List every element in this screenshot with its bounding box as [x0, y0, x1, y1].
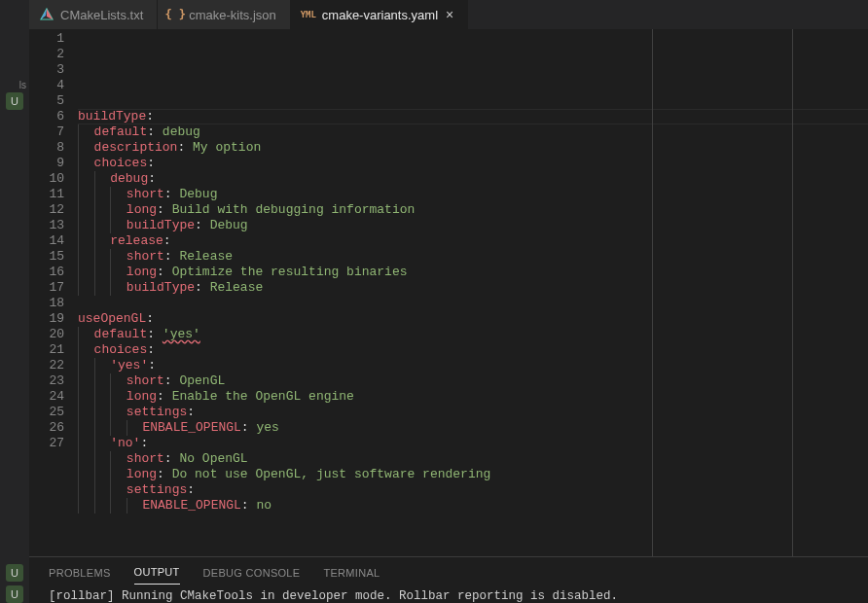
line-number: 4 — [29, 78, 64, 93]
editor-tabs: CMakeLists.txt { } cmake-kits.json YML c… — [29, 0, 868, 29]
code-editor[interactable]: 1234567891011121314151617181920212223242… — [29, 29, 868, 556]
code-line[interactable] — [78, 296, 868, 311]
code-line[interactable]: choices: — [78, 156, 868, 171]
line-number: 5 — [29, 93, 64, 109]
json-icon: { } — [167, 7, 183, 22]
yaml-icon: YML — [301, 7, 316, 22]
code-line[interactable]: description: My option — [78, 140, 868, 156]
activity-sidebar: ls U U U — [0, 0, 29, 603]
line-number-gutter: 1234567891011121314151617181920212223242… — [29, 29, 78, 556]
tab-label: cmake-kits.json — [189, 8, 276, 22]
code-line[interactable]: default: 'yes' — [78, 327, 868, 342]
code-line[interactable]: long: Optimize the resulting binaries — [78, 265, 868, 280]
tab-label: cmake-variants.yaml — [322, 8, 438, 22]
code-line[interactable]: buildType: Release — [78, 280, 868, 296]
scm-status-badge: U — [6, 585, 23, 603]
line-number: 9 — [29, 156, 64, 171]
line-number: 18 — [29, 296, 64, 311]
sidebar-truncated-text: ls — [0, 80, 29, 90]
code-line[interactable]: long: Enable the OpenGL engine — [78, 389, 868, 405]
tab-cmake-kits[interactable]: { } cmake-kits.json — [158, 0, 291, 29]
line-number: 2 — [29, 47, 64, 62]
panel-tab-terminal[interactable]: TERMINAL — [323, 561, 380, 585]
line-number: 23 — [29, 373, 64, 389]
code-line[interactable]: short: Release — [78, 249, 868, 265]
line-number: 11 — [29, 187, 64, 202]
line-number: 20 — [29, 327, 64, 342]
line-number: 24 — [29, 389, 64, 405]
panel-tab-debug-console[interactable]: DEBUG CONSOLE — [203, 561, 301, 585]
code-line[interactable] — [78, 514, 868, 529]
code-line[interactable]: short: No OpenGL — [78, 451, 868, 467]
code-line[interactable]: release: — [78, 233, 868, 249]
editor-group: CMakeLists.txt { } cmake-kits.json YML c… — [29, 0, 868, 603]
code-line[interactable]: default: debug — [78, 124, 868, 140]
line-number: 7 — [29, 124, 64, 140]
line-number: 22 — [29, 358, 64, 373]
line-number: 12 — [29, 202, 64, 218]
scm-status-badge: U — [6, 564, 23, 582]
ruler — [792, 29, 793, 556]
code-line[interactable]: settings: — [78, 405, 868, 420]
output-panel-content[interactable]: [rollbar] Running CMakeTools in develope… — [29, 585, 868, 603]
bottom-panel: PROBLEMSOUTPUTDEBUG CONSOLETERMINAL [rol… — [29, 556, 868, 603]
line-number: 27 — [29, 436, 64, 451]
tab-label: CMakeLists.txt — [60, 8, 143, 22]
code-line[interactable]: debug: — [78, 171, 868, 187]
ruler — [652, 29, 653, 556]
code-line[interactable]: long: Build with debugging information — [78, 202, 868, 218]
line-number: 1 — [29, 31, 64, 47]
code-line[interactable]: buildType: Debug — [78, 218, 868, 233]
panel-tab-bar: PROBLEMSOUTPUTDEBUG CONSOLETERMINAL — [29, 557, 868, 585]
code-line[interactable]: ENABLE_OPENGL: no — [78, 498, 868, 514]
code-line[interactable]: settings: — [78, 482, 868, 498]
code-line[interactable]: short: Debug — [78, 187, 868, 202]
code-line[interactable]: long: Do not use OpenGL, just software r… — [78, 467, 868, 482]
code-content[interactable]: buildType: default: debug description: M… — [78, 29, 868, 556]
code-line[interactable]: choices: — [78, 342, 868, 358]
line-number: 3 — [29, 62, 64, 78]
line-number: 17 — [29, 280, 64, 296]
line-number: 21 — [29, 342, 64, 358]
code-line[interactable]: 'yes': — [78, 358, 868, 373]
panel-tab-output[interactable]: OUTPUT — [134, 560, 180, 585]
line-number: 15 — [29, 249, 64, 265]
line-number: 16 — [29, 265, 64, 280]
code-line[interactable]: short: OpenGL — [78, 373, 868, 389]
scm-status-badge: U — [6, 92, 23, 110]
line-number: 8 — [29, 140, 64, 156]
panel-tab-problems[interactable]: PROBLEMS — [49, 561, 111, 585]
line-number: 10 — [29, 171, 64, 187]
line-number: 26 — [29, 420, 64, 436]
line-number: 13 — [29, 218, 64, 233]
current-line-highlight — [78, 109, 868, 124]
line-number: 19 — [29, 311, 64, 327]
tab-cmake-variants[interactable]: YML cmake-variants.yaml × — [291, 0, 468, 29]
code-line[interactable]: ENBALE_OPENGL: yes — [78, 420, 868, 436]
close-icon[interactable]: × — [446, 7, 453, 22]
line-number: 25 — [29, 405, 64, 420]
code-line[interactable]: 'no': — [78, 436, 868, 451]
tab-cmakelists[interactable]: CMakeLists.txt — [29, 0, 158, 29]
code-line[interactable]: useOpenGL: — [78, 311, 868, 327]
cmake-icon — [39, 7, 54, 22]
line-number: 6 — [29, 109, 64, 124]
line-number: 14 — [29, 233, 64, 249]
